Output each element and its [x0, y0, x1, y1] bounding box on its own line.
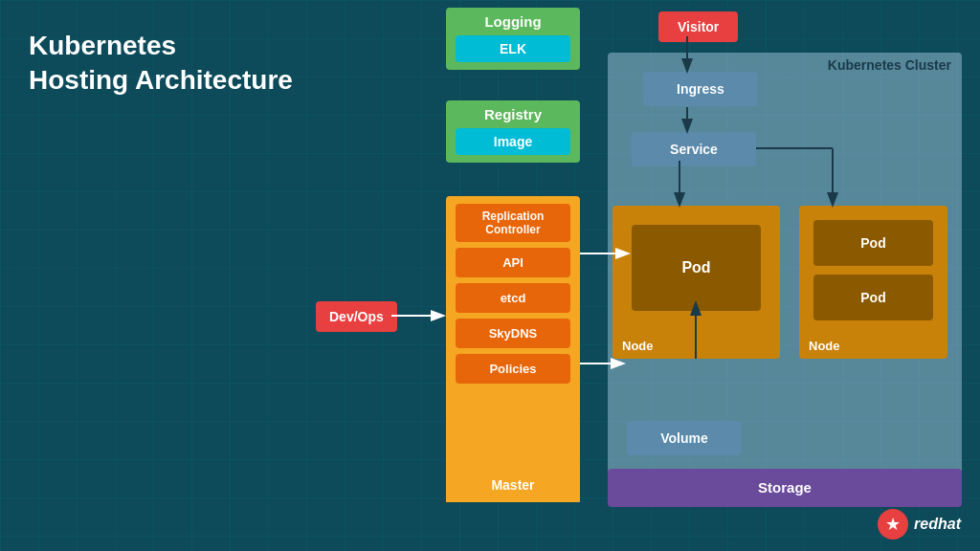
volume-box: Volume	[627, 421, 742, 455]
node2-pod1: Pod	[813, 220, 933, 266]
etcd-box: etcd	[456, 283, 570, 313]
node2-pod2: Pod	[813, 275, 933, 320]
redhat-text: redhat	[914, 516, 961, 533]
logging-label: Logging	[446, 13, 580, 30]
node1: Pod Node	[612, 206, 780, 359]
master-label: Master	[446, 477, 580, 496]
redhat-logo: ★ redhat	[878, 509, 961, 540]
registry-section: Registry Image	[446, 100, 580, 163]
registry-label: Registry	[446, 106, 580, 122]
logging-section: Logging ELK	[446, 8, 580, 70]
elk-box: ELK	[456, 35, 570, 62]
page-title: Kubernetes Hosting Architecture	[29, 29, 293, 99]
master-section: Replication Controller API etcd SkyDNS P…	[446, 196, 580, 502]
kubernetes-cluster-label: Kubernetes Cluster	[828, 57, 951, 73]
node1-pod: Pod	[632, 225, 761, 311]
ingress-box: Ingress	[643, 72, 758, 106]
replication-controller-box: Replication Controller	[456, 204, 570, 242]
api-box: API	[456, 248, 570, 277]
redhat-icon: ★	[878, 509, 908, 540]
visitor-box: Visitor	[658, 11, 738, 42]
node2: Pod Pod Node	[799, 206, 947, 359]
image-box: Image	[456, 128, 570, 155]
storage-bar: Storage	[608, 469, 962, 507]
node2-label: Node	[809, 339, 840, 353]
node1-label: Node	[622, 339, 654, 353]
skydns-box: SkyDNS	[456, 319, 570, 348]
policies-box: Policies	[456, 354, 570, 384]
devops-button[interactable]: Dev/Ops	[316, 301, 397, 332]
service-box: Service	[632, 132, 756, 166]
